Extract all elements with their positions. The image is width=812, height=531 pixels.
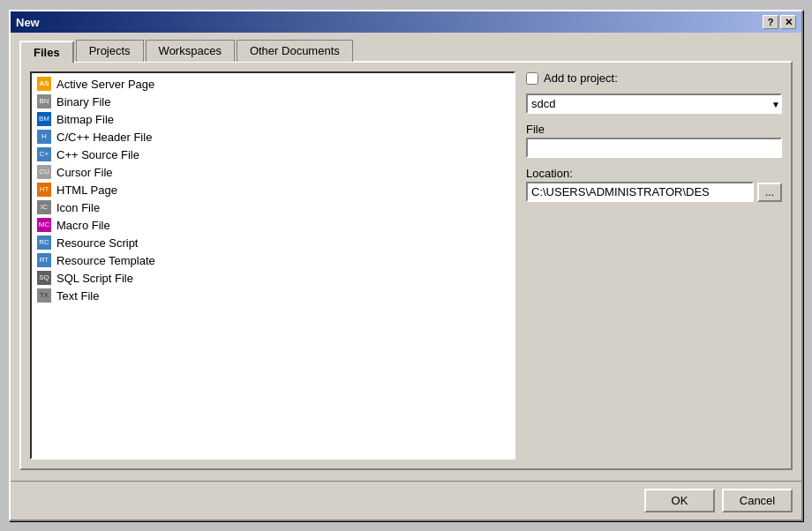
list-item[interactable]: CUCursor File [34,163,512,181]
file-label: File [526,123,782,136]
list-item[interactable]: HTHTML Page [34,181,512,198]
location-label: Location: [526,167,782,180]
ok-button[interactable]: OK [644,489,715,512]
tab-projects[interactable]: Projects [76,40,144,62]
title-bar-buttons: ? ✕ [763,15,796,29]
file-type-icon: C+ [37,147,51,161]
dialog-footer: OK Cancel [11,481,801,520]
dialog-content: Files Projects Workspaces Other Document… [11,33,801,477]
list-item[interactable]: ASActive Server Page [34,75,512,93]
file-item-label: Icon File [56,201,100,214]
new-dialog: New ? ✕ Files Projects Workspaces Other … [9,10,803,521]
tab-content: ASActive Server PageBNBinary FileBMBitma… [19,61,793,470]
file-input[interactable] [526,138,782,158]
file-list-panel[interactable]: ASActive Server PageBNBinary FileBMBitma… [30,71,515,460]
file-type-icon: BM [37,112,51,126]
list-item[interactable]: RCResource Script [34,234,512,251]
location-row: C:\USERS\ADMINISTRATOR\DES ... [526,182,782,202]
file-item-label: C++ Source File [56,148,139,161]
list-item[interactable]: RTResource Template [34,251,512,269]
add-to-project-checkbox[interactable] [526,72,538,85]
add-to-project-label: Add to project: [544,71,618,85]
file-item-label: Macro File [56,219,110,232]
list-item[interactable]: C+C++ Source File [34,146,512,163]
file-type-icon: H [37,130,51,144]
file-item-label: Binary File [56,95,110,108]
file-type-icon: IC [37,200,51,214]
location-input[interactable]: C:\USERS\ADMINISTRATOR\DES [526,182,754,202]
file-type-icon: TX [37,288,51,303]
file-item-label: Cursor File [56,166,113,179]
list-item[interactable]: BNBinary File [34,93,512,110]
tab-workspaces[interactable]: Workspaces [146,40,235,62]
file-type-icon: HT [37,183,51,197]
title-bar: New ? ✕ [11,11,801,33]
help-button[interactable]: ? [763,15,778,29]
project-dropdown[interactable]: sdcd [526,93,782,114]
location-field-group: Location: C:\USERS\ADMINISTRATOR\DES ... [526,167,782,202]
file-type-icon: RT [37,253,51,267]
dialog-title: New [16,16,40,29]
file-item-label: Active Server Page [56,78,154,91]
list-item[interactable]: SQSQL Script File [34,269,512,287]
list-item[interactable]: BMBitmap File [34,110,512,128]
file-item-label: HTML Page [56,183,117,197]
file-type-icon: CU [37,165,51,179]
file-item-label: Text File [56,289,99,303]
project-dropdown-wrapper: sdcd ▼ [526,93,782,114]
file-item-label: Resource Script [56,236,138,250]
file-item-label: Bitmap File [56,113,114,126]
add-to-project-row: Add to project: [526,71,782,85]
list-item[interactable]: ICIcon File [34,198,512,216]
file-type-icon: BN [37,94,51,108]
file-field-group: File [526,123,782,158]
right-panel: Add to project: sdcd ▼ File Location: [526,71,782,460]
tab-files[interactable]: Files [19,41,74,63]
close-button[interactable]: ✕ [780,15,796,29]
file-type-icon: SQ [37,271,51,285]
file-item-label: C/C++ Header File [56,131,152,144]
file-type-icon: MC [37,218,51,232]
file-type-icon: RC [37,236,51,250]
list-item[interactable]: TXText File [34,287,512,304]
list-item[interactable]: HC/C++ Header File [34,128,512,146]
file-type-icon: AS [37,77,51,91]
browse-button[interactable]: ... [757,183,782,202]
file-item-label: SQL Script File [56,272,133,285]
file-item-label: Resource Template [56,254,155,267]
tab-bar: Files Projects Workspaces Other Document… [19,40,793,62]
list-item[interactable]: MCMacro File [34,216,512,234]
cancel-button[interactable]: Cancel [722,489,793,512]
tab-other-documents[interactable]: Other Documents [237,40,353,62]
